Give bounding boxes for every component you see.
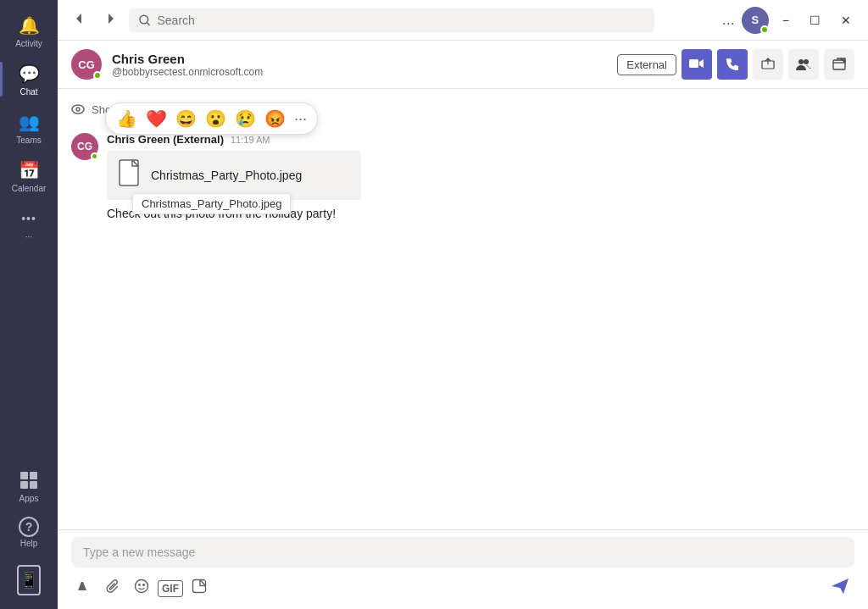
svg-rect-1	[30, 472, 37, 479]
close-button[interactable]: ✕	[834, 10, 858, 30]
svg-point-12	[76, 108, 80, 111]
search-input[interactable]	[158, 14, 645, 27]
svg-point-9	[804, 59, 809, 64]
share-icon	[761, 58, 775, 71]
sidebar-item-chat[interactable]: 💬 Chat	[0, 55, 58, 103]
sidebar-item-calendar[interactable]: 📅 Calendar	[0, 152, 58, 200]
more-options-button[interactable]: ...	[722, 11, 735, 29]
send-button[interactable]	[826, 574, 854, 602]
message-avatar: CG	[71, 133, 98, 160]
popout-icon	[832, 58, 846, 71]
activity-icon: 🔔	[17, 14, 41, 37]
sidebar-item-chat-label: Chat	[19, 87, 37, 97]
sidebar-item-teams-label: Teams	[16, 136, 41, 145]
search-icon	[139, 14, 151, 26]
forward-button[interactable]	[98, 8, 122, 32]
minimize-button[interactable]: −	[776, 10, 796, 30]
main-chat-area: CG Chris Green @bobbyrsectest.onmicrosof…	[58, 41, 868, 609]
chat-icon: 💬	[17, 62, 41, 86]
svg-point-4	[140, 15, 148, 24]
laugh-reaction[interactable]: 😄	[172, 107, 200, 130]
contact-avatar: CG	[71, 49, 102, 80]
phone-icon	[726, 58, 739, 71]
user-status-dot	[760, 25, 769, 34]
svg-rect-0	[20, 472, 28, 479]
thumbsup-reaction[interactable]: 👍	[113, 107, 141, 130]
sidebar-item-apps[interactable]: Apps	[0, 462, 58, 510]
topbar-right: ... S − ☐ ✕	[722, 7, 858, 34]
message-time: 11:19 AM	[231, 135, 270, 145]
help-icon: ?	[19, 517, 39, 537]
heart-reaction[interactable]: ❤️	[142, 107, 170, 130]
file-icon	[119, 159, 142, 191]
more-reactions-button[interactable]: ···	[291, 108, 310, 130]
send-icon	[831, 578, 849, 595]
sticker-icon	[192, 579, 207, 594]
svg-rect-3	[30, 481, 37, 489]
chat-header-actions: External	[617, 49, 854, 80]
svg-line-5	[147, 22, 150, 25]
sidebar-item-more[interactable]: ••• ···	[0, 200, 58, 248]
sidebar-item-device[interactable]: 📱	[0, 558, 58, 602]
sidebar-item-activity[interactable]: 🔔 Activity	[0, 7, 58, 55]
maximize-button[interactable]: ☐	[803, 10, 827, 30]
popout-button[interactable]	[824, 49, 854, 80]
svg-point-14	[136, 580, 148, 593]
message-input-placeholder: Type a new message	[83, 545, 195, 559]
input-toolbar: GIF	[71, 574, 854, 602]
message-sender: Chris Green (External)	[107, 133, 224, 146]
audio-call-button[interactable]	[717, 49, 748, 80]
chat-header: CG Chris Green @bobbyrsectest.onmicrosof…	[58, 41, 868, 89]
contact-name: Chris Green	[112, 52, 607, 66]
chat-body: Show hidden cl 👍 ❤️ 😄 😮 😢 😡 ··· CG Chris…	[58, 89, 868, 529]
svg-point-15	[139, 584, 141, 586]
svg-point-8	[798, 59, 804, 64]
contact-status-dot	[93, 71, 102, 80]
message-content: Chris Green (External) 11:19 AM Christma…	[107, 133, 854, 220]
svg-point-11	[72, 105, 84, 113]
sidebar-item-teams[interactable]: 👥 Teams	[0, 103, 58, 152]
message-avatar-dot	[91, 152, 98, 160]
svg-point-16	[143, 584, 145, 586]
sidebar-item-help[interactable]: ? Help	[0, 510, 58, 555]
sidebar-item-more-label: ···	[25, 232, 32, 241]
message-meta: Chris Green (External) 11:19 AM	[107, 133, 854, 146]
sidebar-item-activity-label: Activity	[15, 39, 42, 48]
contact-email: @bobbyrsectest.onmicrosoft.com	[112, 66, 607, 78]
chat-info: Chris Green @bobbyrsectest.onmicrosoft.c…	[112, 52, 607, 78]
participants-button[interactable]	[788, 49, 819, 80]
apps-icon	[17, 468, 41, 492]
sad-reaction[interactable]: 😢	[231, 107, 259, 130]
format-icon	[76, 579, 92, 594]
svg-rect-2	[20, 481, 28, 489]
reaction-bar: 👍 ❤️ 😄 😮 😢 😡 ···	[105, 102, 318, 135]
sticker-button[interactable]	[186, 575, 212, 601]
external-badge[interactable]: External	[617, 54, 676, 75]
emoji-button[interactable]	[129, 575, 154, 601]
video-call-button[interactable]	[682, 49, 712, 80]
search-bar[interactable]	[129, 8, 654, 32]
video-icon	[689, 58, 704, 70]
user-avatar[interactable]: S	[742, 7, 769, 34]
eye-icon	[71, 102, 85, 116]
sidebar-item-help-label: Help	[20, 539, 38, 548]
sidebar-item-apps-label: Apps	[19, 494, 39, 503]
attach-icon	[105, 579, 120, 594]
svg-rect-6	[689, 59, 698, 68]
share-screen-button[interactable]	[753, 49, 783, 80]
emoji-icon	[134, 579, 149, 594]
gif-button[interactable]: GIF	[158, 580, 183, 597]
angry-reaction[interactable]: 😡	[261, 107, 289, 130]
format-button[interactable]	[71, 575, 97, 601]
file-tooltip: Christmas_Party_Photo.jpeg	[132, 193, 291, 214]
sidebar: 🔔 Activity 💬 Chat 👥 Teams 📅 Calendar •••…	[0, 0, 58, 609]
attach-button[interactable]	[100, 575, 125, 601]
message-input[interactable]: Type a new message	[71, 537, 854, 567]
teams-icon: 👥	[17, 110, 41, 134]
surprised-reaction[interactable]: 😮	[202, 107, 230, 130]
topbar: ... S − ☐ ✕	[58, 0, 868, 41]
file-attachment[interactable]: Christmas_Party_Photo.jpeg Christmas_Par…	[107, 151, 361, 200]
chat-input-area: Type a new message GIF	[58, 529, 868, 609]
back-button[interactable]	[68, 8, 92, 32]
message-group: 👍 ❤️ 😄 😮 😢 😡 ··· CG Chris Green (Externa…	[71, 133, 854, 220]
